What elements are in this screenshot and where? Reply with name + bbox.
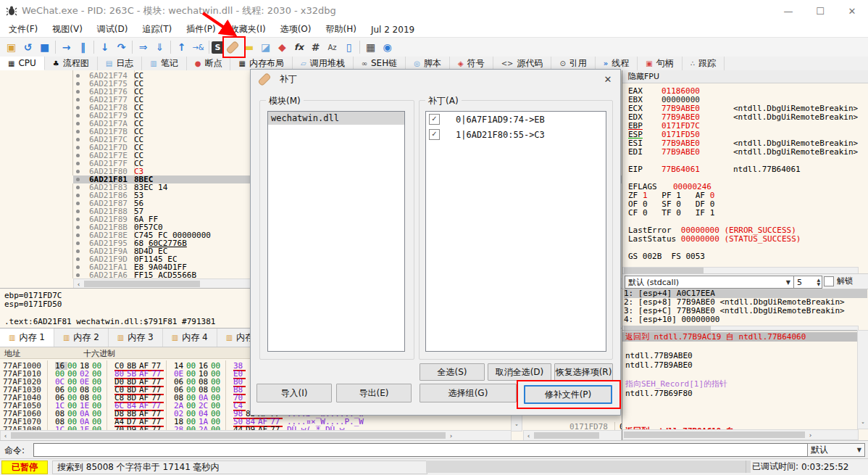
command-input[interactable] — [33, 443, 814, 457]
arguments-list[interactable]: 1: [esp+4] A0C17EEA2: [esp+8] 77B9ABE0 <… — [624, 289, 867, 324]
patches-group-label: 补丁(A) — [425, 95, 462, 107]
register-row: EDI77B9ABE0<ntdll.DbgUiRemoteBreakin> — [628, 148, 867, 157]
module-list-item[interactable]: wechatwin.dll — [268, 112, 404, 125]
dump-tab[interactable]: ▥ 内存 1 — [0, 329, 54, 347]
toolbar-icon[interactable]: ‖ — [75, 39, 91, 55]
main-tab[interactable]: ● 断点 — [187, 57, 231, 70]
menu-item[interactable]: 选项(O) — [273, 22, 319, 37]
dump-tab[interactable]: ▥ 内存 4 — [163, 329, 217, 347]
toolbar-icon[interactable] — [130, 39, 135, 55]
registers-panel[interactable]: 隐藏FPU EAX01186000EBX00000000ECX77B9ABE0<… — [622, 70, 868, 440]
main-tab[interactable]: ∴ 跟踪 — [683, 57, 725, 70]
dump-tab[interactable]: ▥ 内存 2 — [54, 329, 109, 347]
toolbar-icon[interactable] — [53, 39, 58, 55]
argument-row: 4: [esp+10] 00000000 — [624, 315, 867, 324]
tab-icon: ◎ — [414, 59, 420, 67]
spinner-arrows-icon[interactable]: ▲▼ — [817, 278, 822, 286]
scroll-left-icon[interactable]: ‹ — [524, 432, 533, 439]
chevron-down-icon: ▼ — [786, 279, 793, 286]
patch-dialog-titlebar[interactable]: 补丁 — [251, 70, 620, 88]
toolbar-icon[interactable]: ▦ — [362, 39, 379, 55]
menu-item[interactable]: Jul 2 2019 — [364, 23, 422, 36]
unlock-checkbox-group[interactable]: 解锁 — [824, 276, 853, 286]
toolbar-icon[interactable]: ↑ — [173, 39, 190, 55]
scroll-left-icon[interactable]: ‹ — [74, 281, 83, 288]
toolbar-icon[interactable]: ⇓ — [151, 39, 168, 55]
toolbar-icon[interactable] — [168, 39, 173, 55]
maximize-button[interactable]: ☐ — [804, 0, 836, 22]
toolbar-icon[interactable]: ◪ — [257, 39, 274, 55]
tab-icon: ◈ — [458, 59, 464, 67]
info-hscrollbar[interactable]: › — [622, 429, 859, 440]
calling-convention-select[interactable]: 默认 (stdcall) ▼ — [625, 276, 794, 289]
restore-selection-button[interactable]: 恢复选择项(R) — [554, 363, 613, 381]
info-vscrollbar[interactable]: ˅ — [857, 330, 868, 429]
main-tab[interactable]: ▣ 句柄 — [638, 57, 682, 70]
toolbar-icon[interactable]: # — [307, 39, 324, 55]
main-tab[interactable]: ♣ 流程图 — [45, 57, 98, 70]
toolbar-icon[interactable]: ↷ — [113, 39, 130, 55]
command-profile-select[interactable]: 默认 ▼ — [807, 443, 865, 457]
toolbar-icon[interactable] — [357, 39, 362, 55]
patch-checkbox[interactable]: ✓ — [429, 129, 440, 140]
pick-groups-button[interactable]: 选择组(G) — [420, 384, 517, 402]
scroll-thumb[interactable] — [84, 281, 200, 287]
toolbar-icon[interactable]: → — [58, 39, 75, 55]
dump-hscrollbar[interactable]: ‹ › — [0, 430, 512, 441]
stack-hscrollbar[interactable]: ‹ — [523, 430, 622, 441]
toolbar-icon[interactable] — [91, 39, 96, 55]
unlock-checkbox[interactable] — [824, 276, 834, 286]
scroll-right-icon[interactable]: › — [446, 432, 456, 439]
dump-header-address: 地址 — [4, 348, 20, 359]
tab-icon: ▣ — [646, 59, 652, 67]
scroll-left-icon[interactable]: ‹ — [1, 432, 10, 439]
dump-icon: ▥ — [9, 334, 15, 342]
scroll-down-icon[interactable]: ˅ — [858, 421, 868, 429]
toolbar-icon[interactable]: fx — [291, 39, 307, 55]
toolbar-icon[interactable]: ⇒ — [135, 39, 151, 55]
tab-icon: ⊙ — [559, 59, 565, 67]
scroll-thumb[interactable] — [534, 432, 599, 439]
close-button[interactable]: ✕ — [836, 0, 868, 22]
tab-label: 符号 — [467, 57, 485, 70]
main-tab[interactable]: ▥ 笔记 — [142, 57, 186, 70]
hide-fpu-button[interactable]: 隐藏FPU — [622, 70, 868, 83]
toolbar-icon[interactable]: ↺ — [20, 39, 36, 55]
scroll-down-icon[interactable]: ˅ — [512, 424, 522, 431]
toolbar-icon[interactable]: ▯ — [341, 39, 357, 55]
dump-icon: ▥ — [226, 334, 233, 342]
deselect-all-button[interactable]: 取消全选(D) — [488, 363, 551, 381]
toolbar-icon[interactable]: ▣ — [3, 39, 20, 55]
toolbar-icon[interactable]: Az — [324, 39, 341, 55]
scroll-thumb[interactable] — [624, 431, 805, 438]
register-list[interactable]: EAX01186000EBX00000000ECX77B9ABE0<ntdll.… — [628, 87, 867, 261]
menu-item[interactable]: 视图(V) — [45, 22, 90, 37]
menu-item[interactable]: 文件(F) — [1, 22, 45, 37]
toolbar-icon[interactable]: ◉ — [379, 39, 396, 55]
scroll-right-icon[interactable]: › — [806, 431, 815, 439]
tab-icon: ♣ — [53, 59, 59, 67]
main-tab[interactable]: ▦ CPU — [0, 57, 45, 70]
scroll-thumb[interactable] — [11, 432, 446, 439]
toolbar-icon[interactable]: ◆ — [274, 39, 291, 55]
stack-info-panel[interactable]: 返回到 ntdll.77B9AC19 自 ntdll.77B64060ntdll… — [622, 330, 868, 442]
argument-count-stepper[interactable]: 5 ▲▼ — [793, 276, 822, 289]
patches-list[interactable]: ✓ 0|6A7F1AD9:74->EB ✓ 1|6AD21F80:55->C3 — [425, 111, 606, 352]
minimize-button[interactable]: — — [772, 0, 804, 22]
dialog-close-icon[interactable]: ✕ — [601, 73, 614, 86]
import-button[interactable]: 导入(I) — [256, 384, 332, 402]
toolbar-icon[interactable]: ■ — [36, 39, 53, 55]
patch-checkbox[interactable]: ✓ — [429, 114, 440, 125]
patch-list-item[interactable]: ✓ 1|6AD21F80:55->C3 — [426, 127, 606, 142]
stack-row[interactable]: 0171FD7800000000 — [523, 415, 622, 423]
menu-item[interactable]: 调试(D) — [90, 22, 135, 37]
menu-item[interactable]: 帮助(H) — [318, 22, 363, 37]
select-all-button[interactable]: 全选(S) — [420, 363, 485, 381]
patch-list-item[interactable]: ✓ 0|6A7F1AD9:74->EB — [426, 112, 606, 127]
toolbar-icon[interactable]: ↓ — [96, 39, 113, 55]
menu-item[interactable]: 追踪(T) — [135, 22, 179, 37]
export-button[interactable]: 导出(E) — [336, 384, 412, 402]
main-tab[interactable]: ▤ 日志 — [98, 57, 142, 70]
dump-tab[interactable]: ▥ 内存 3 — [109, 329, 163, 347]
modules-list[interactable]: wechatwin.dll — [267, 111, 405, 352]
